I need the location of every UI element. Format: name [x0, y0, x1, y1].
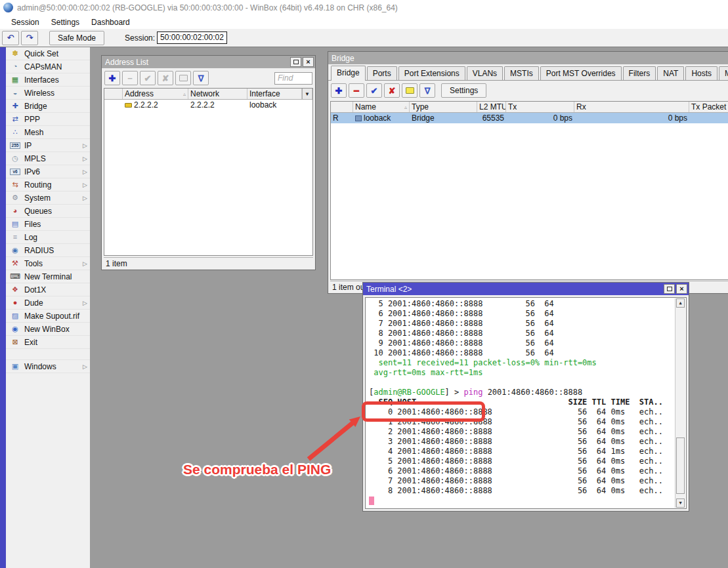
- menu-session[interactable]: Session: [5, 16, 45, 28]
- sidebar-item-label: CAPsMAN: [24, 62, 62, 71]
- sidebar-item-mpls[interactable]: ◷MPLS▷: [6, 152, 90, 165]
- sidebar-item-interfaces[interactable]: ▦Interfaces: [6, 73, 90, 87]
- filter-button[interactable]: ∇: [193, 71, 209, 85]
- sidebar-item-new-terminal[interactable]: ⌨New Terminal: [6, 270, 90, 283]
- submenu-arrow-icon: ▷: [83, 260, 87, 267]
- tab-bridge[interactable]: Bridge: [331, 66, 366, 81]
- table-row[interactable]: RloobackBridge655350 bps0 bps: [331, 113, 728, 123]
- menu-settings[interactable]: Settings: [45, 16, 85, 28]
- tab-ports[interactable]: Ports: [367, 66, 397, 80]
- comment-button[interactable]: [402, 83, 418, 98]
- sidebar-item-radius[interactable]: ◉RADIUS: [6, 244, 90, 257]
- sidebar-item-new-winbox[interactable]: ◉New WinBox: [6, 323, 90, 336]
- disable-button[interactable]: ✘: [158, 71, 173, 85]
- find-input[interactable]: [274, 72, 312, 85]
- terminal-line: 6 2001:4860:4860::8888 56 64 0ms ech..: [369, 466, 674, 476]
- column-header-type[interactable]: Type: [410, 102, 477, 112]
- sidebar-item-dude[interactable]: ●Dude▷: [6, 296, 90, 310]
- enable-button[interactable]: ✔: [366, 83, 382, 98]
- column-header-name[interactable]: Name▵: [353, 102, 410, 112]
- session-value-field[interactable]: 50:00:00:02:00:02: [157, 31, 227, 44]
- sidebar-item-exit[interactable]: ⊠Exit: [6, 336, 90, 349]
- sidebar-item-windows[interactable]: ▣Windows▷: [6, 360, 90, 373]
- annotation-highlight-box: [362, 401, 485, 422]
- terminal-titlebar[interactable]: Terminal <2> ×: [363, 283, 689, 295]
- sidebar-item-routing[interactable]: ⇆Routing▷: [6, 178, 90, 192]
- sidebar-item-label: Dude: [24, 298, 43, 308]
- redo-button[interactable]: ↷: [21, 31, 38, 45]
- menu-dashboard[interactable]: Dashboard: [85, 16, 136, 28]
- sidebar: ✽Quick Set◔CAPsMAN▦Interfaces◒Wireless✚B…: [0, 47, 90, 568]
- column-dropdown-button[interactable]: ▼: [302, 89, 312, 99]
- sidebar-item-ip[interactable]: 255IP▷: [6, 139, 90, 152]
- sidebar-item-log[interactable]: ≡Log: [6, 231, 90, 244]
- sidebar-item-label: Interfaces: [24, 75, 59, 85]
- supout-file-icon: ▨: [10, 312, 20, 319]
- comment-button[interactable]: [175, 71, 191, 85]
- scrollbar-thumb[interactable]: [676, 437, 685, 494]
- add-button[interactable]: ✚: [331, 83, 347, 98]
- main-area: ✽Quick Set◔CAPsMAN▦Interfaces◒Wireless✚B…: [0, 47, 728, 568]
- sidebar-item-quick-set[interactable]: ✽Quick Set: [6, 47, 90, 60]
- column-header-l2-mtu[interactable]: L2 MTU: [477, 102, 506, 112]
- comment-icon: [406, 87, 414, 94]
- column-header-rx[interactable]: Rx: [574, 102, 689, 112]
- sidebar-item-label: Make Supout.rif: [24, 312, 79, 321]
- tab-mstis[interactable]: MSTIs: [504, 66, 539, 80]
- tab-nat[interactable]: NAT: [657, 66, 684, 80]
- address-cell: 2.2.2.2: [123, 100, 188, 110]
- sidebar-item-bridge[interactable]: ✚Bridge: [6, 100, 90, 113]
- undo-button[interactable]: ↶: [2, 31, 19, 45]
- safe-mode-button[interactable]: Safe Mode: [49, 31, 104, 45]
- column-header-tx[interactable]: Tx: [506, 102, 574, 112]
- tab-vlans[interactable]: VLANs: [467, 66, 503, 80]
- column-header-tx-packet[interactable]: Tx Packet (: [689, 102, 728, 112]
- disable-button[interactable]: ✘: [384, 83, 400, 98]
- sidebar-item-label: MPLS: [24, 154, 46, 163]
- tab-port-mst-overrides[interactable]: Port MST Overrides: [540, 66, 622, 80]
- sidebar-item-dot1x[interactable]: ❖Dot1X: [6, 283, 90, 296]
- sidebar-item-make-supout-rif[interactable]: ▨Make Supout.rif: [6, 310, 90, 323]
- sidebar-item-mesh[interactable]: ∴Mesh: [6, 126, 90, 139]
- remove-button[interactable]: −: [122, 71, 138, 85]
- add-button[interactable]: ✚: [104, 71, 120, 85]
- tab-mdb[interactable]: MDB: [719, 66, 728, 80]
- scroll-down-button[interactable]: ▼: [676, 498, 685, 508]
- sidebar-item-tools[interactable]: ⚒Tools▷: [6, 257, 90, 270]
- sidebar-item-queues[interactable]: ◕Queues: [6, 205, 90, 218]
- maximize-button[interactable]: [664, 284, 675, 294]
- sidebar-item-label: New WinBox: [24, 325, 70, 334]
- scroll-up-button[interactable]: ▲: [676, 298, 685, 308]
- sidebar-accent-strip: [0, 47, 6, 568]
- close-button[interactable]: ×: [303, 57, 314, 67]
- maximize-button[interactable]: [290, 57, 301, 67]
- undo-icon: ↶: [7, 33, 14, 43]
- enable-button[interactable]: ✔: [140, 71, 156, 85]
- sidebar-item-capsman[interactable]: ◔CAPsMAN: [6, 60, 90, 73]
- sidebar-item-ipv6[interactable]: v6IPv6▷: [6, 165, 90, 178]
- sidebar-item-system[interactable]: ⚙System▷: [6, 192, 90, 205]
- tab-filters[interactable]: Filters: [623, 66, 656, 80]
- column-header-address[interactable]: Address▵: [123, 89, 188, 99]
- settings-button[interactable]: Settings: [441, 83, 486, 98]
- sidebar-item-ppp[interactable]: ⇄PPP: [6, 113, 90, 126]
- sidebar-item-files[interactable]: ▤Files: [6, 218, 90, 231]
- address-list-titlebar[interactable]: Address List ×: [102, 56, 315, 68]
- address-list-toolbar: ✚ − ✔ ✘ ∇: [102, 68, 315, 88]
- terminal-line: [369, 496, 674, 506]
- sidebar-item-label: Bridge: [24, 102, 47, 111]
- terminal-scrollbar[interactable]: ▲ ▼: [675, 298, 685, 508]
- table-row[interactable]: 2.2.2.22.2.2.2looback: [104, 100, 312, 110]
- wireless-icon: ◒: [10, 89, 20, 96]
- bridge-titlebar[interactable]: Bridge: [328, 52, 728, 64]
- close-button[interactable]: ×: [676, 284, 687, 294]
- column-header-network[interactable]: Network: [188, 89, 247, 99]
- column-header-interface[interactable]: Interface: [247, 89, 302, 99]
- remove-button[interactable]: ━: [349, 83, 364, 98]
- column-label: Name: [355, 102, 376, 112]
- filter-button[interactable]: ∇: [419, 83, 435, 98]
- tab-hosts[interactable]: Hosts: [685, 66, 717, 80]
- sidebar-item-label: Log: [24, 233, 37, 242]
- sidebar-item-wireless[interactable]: ◒Wireless: [6, 87, 90, 100]
- tab-port-extensions[interactable]: Port Extensions: [398, 66, 465, 80]
